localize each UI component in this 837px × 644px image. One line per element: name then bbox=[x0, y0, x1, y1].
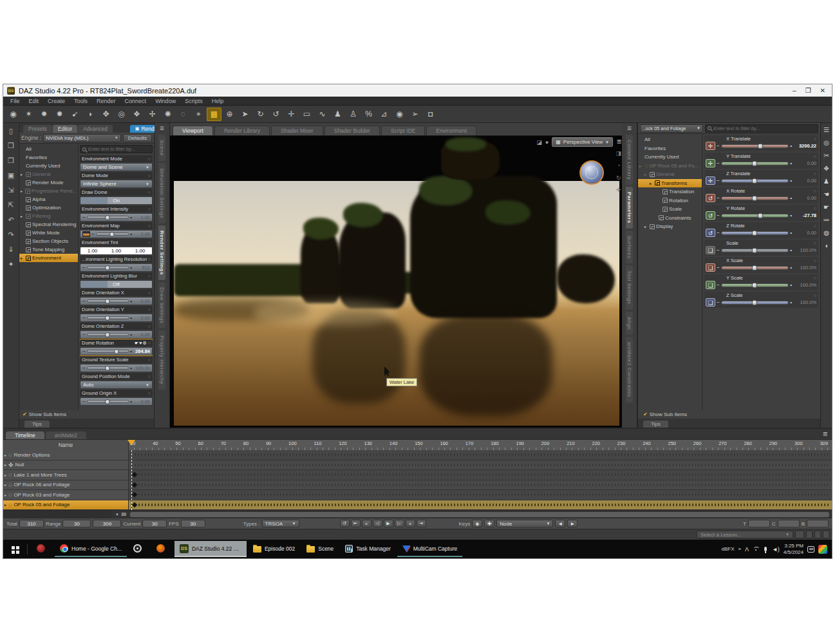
timeline-scrollbar[interactable] bbox=[130, 512, 829, 517]
timeline-row-track[interactable] bbox=[129, 450, 832, 460]
slider-track[interactable] bbox=[721, 231, 789, 235]
settings-dot-icon[interactable]: ○ bbox=[148, 257, 151, 261]
dock-tab[interactable]: Draw Settings bbox=[158, 282, 165, 328]
wifi-icon[interactable] bbox=[753, 547, 759, 552]
file-toolbar-button[interactable]: ⇱ bbox=[6, 200, 17, 210]
smooth-shade-icon[interactable]: ◔ bbox=[617, 162, 620, 169]
toolbar-button[interactable]: ➹ bbox=[68, 108, 82, 121]
parameter-value[interactable]: 0.00 bbox=[793, 178, 816, 184]
render-category-item[interactable]: ▸ Alpha bbox=[19, 195, 78, 204]
increment-button[interactable]: • bbox=[790, 247, 792, 253]
frame-scroll-indicator[interactable]: ▼30 bbox=[111, 511, 130, 517]
dock-tab[interactable]: Tool Settings bbox=[626, 265, 633, 309]
slider-thumb[interactable] bbox=[105, 366, 110, 371]
decrement-button[interactable]: − bbox=[717, 213, 720, 218]
parameter-tree-item[interactable]: ▸ ◌ Translation bbox=[638, 187, 702, 196]
slider-track[interactable] bbox=[87, 400, 129, 403]
timeline-row-track[interactable] bbox=[129, 500, 832, 510]
taskbar-app[interactable]: Task Manager bbox=[340, 541, 395, 557]
settings-dot-icon[interactable]: ○ bbox=[814, 154, 816, 158]
property-control[interactable]: Auto▼ Auto − • Auto bbox=[80, 381, 153, 389]
decrement-button[interactable]: − bbox=[717, 299, 720, 305]
viewport-tab[interactable]: Shader Mixer bbox=[271, 126, 323, 135]
parameter-tree-item[interactable]: ▸ ◌ Currently Used bbox=[638, 153, 702, 162]
render-category-item[interactable]: ▸ Currently Used bbox=[19, 162, 78, 170]
property-control[interactable]: 264.84▼ 264.84 − • 264.84 bbox=[80, 347, 153, 355]
slider-thumb[interactable] bbox=[752, 247, 758, 253]
property-control[interactable]: 0.00▼ 0.00 − • 0.00 bbox=[80, 397, 153, 406]
view-orientation-gizmo[interactable] bbox=[579, 160, 604, 185]
transport-button[interactable]: ⇥ bbox=[417, 520, 426, 527]
slider-track[interactable] bbox=[87, 299, 129, 303]
parameter-tree-item[interactable]: ▸ ◌ Favorites bbox=[638, 144, 702, 153]
range-start-field[interactable]: 30 bbox=[62, 520, 91, 527]
toolbar-button[interactable]: ◘ bbox=[423, 108, 438, 121]
toolbar-button[interactable]: ↺ bbox=[268, 108, 283, 121]
slider-track[interactable] bbox=[87, 350, 129, 353]
decrement-button[interactable]: − bbox=[717, 178, 720, 184]
settings-dot-icon[interactable]: ○ bbox=[814, 137, 816, 141]
parameter-value[interactable]: 0.00 bbox=[793, 195, 816, 201]
tool-strip-button[interactable]: ☛ bbox=[823, 204, 829, 211]
file-toolbar-button[interactable]: ❐ bbox=[6, 155, 17, 166]
taskbar-app[interactable]: DS DAZ Studio 4.22 Pr... bbox=[174, 541, 247, 557]
engine-select[interactable]: NVIDIA Iray (MDL)▼ bbox=[43, 134, 120, 142]
next-key-button[interactable]: ► bbox=[567, 520, 578, 527]
render-category-item[interactable]: ▸ Progressive Rend... bbox=[19, 187, 78, 195]
property-control[interactable]: 1.00▼ 1.00 − • 1.00 bbox=[80, 213, 153, 222]
parameter-tree-item[interactable]: ▸ ◌ Display bbox=[638, 222, 702, 231]
increment-button[interactable]: • bbox=[790, 230, 792, 236]
toolbar-button[interactable]: ∿ bbox=[315, 108, 330, 121]
c-field[interactable] bbox=[778, 520, 800, 527]
slider-track[interactable] bbox=[721, 249, 789, 252]
toolbar-button[interactable]: ✹ bbox=[52, 108, 67, 121]
title-bar[interactable]: DS DAZ Studio 4.22 Pro - RT824Plat_Sword… bbox=[3, 84, 832, 97]
taskbar-app[interactable] bbox=[151, 541, 173, 557]
slider-value[interactable]: 100.00 bbox=[133, 365, 150, 371]
slider-track[interactable] bbox=[721, 162, 789, 166]
render-settings-tab[interactable]: ▣Advanced bbox=[78, 125, 113, 133]
menu-item[interactable]: Create bbox=[43, 98, 70, 104]
decrement-button[interactable]: − bbox=[717, 247, 720, 253]
prev-key-button[interactable]: ◄ bbox=[555, 520, 565, 527]
parameter-tree-item[interactable]: ▸ ◌ All bbox=[638, 135, 702, 144]
increment-button[interactable]: • bbox=[130, 316, 132, 321]
timeline-row-name[interactable]: ▸ ✜ Null bbox=[3, 460, 129, 470]
filter-input[interactable] bbox=[713, 126, 816, 131]
slider-track[interactable] bbox=[87, 366, 129, 370]
timeline-tab[interactable]: Timeline bbox=[6, 431, 44, 439]
pan-tool-icon[interactable]: ✛ bbox=[616, 187, 621, 193]
show-sub-items-checkbox[interactable]: ✔ bbox=[643, 412, 648, 417]
viewport-tab[interactable]: Render Library bbox=[214, 126, 270, 135]
slider-track[interactable] bbox=[721, 179, 789, 183]
file-toolbar-button[interactable]: ❒ bbox=[6, 140, 17, 151]
range-end-field[interactable]: 309 bbox=[93, 520, 121, 527]
timeline-row-name[interactable]: ▸ ◌ OP Rock 06 and Foliage bbox=[3, 480, 129, 490]
property-control[interactable]: 0.00▼ 0.00 − • 0.00 bbox=[80, 297, 153, 305]
increment-button[interactable]: • bbox=[130, 399, 132, 404]
render-category-item[interactable]: ▸ Optimization bbox=[19, 204, 78, 212]
parameter-tree-item[interactable]: ▸ ◌ Transforms bbox=[638, 179, 702, 188]
increment-button[interactable]: • bbox=[130, 299, 132, 304]
lesson-dropdown[interactable]: Select a Lesson...▼ bbox=[697, 531, 793, 538]
settings-dot-icon[interactable]: ○ bbox=[148, 274, 151, 278]
expander-icon[interactable]: ▸ bbox=[5, 482, 6, 487]
filter-input[interactable] bbox=[88, 146, 150, 152]
toolbar-button[interactable]: ◌ bbox=[176, 108, 191, 121]
increment-button[interactable]: • bbox=[130, 366, 132, 371]
slider-thumb[interactable] bbox=[752, 178, 758, 184]
toolbar-button[interactable]: ❖ bbox=[129, 108, 144, 121]
decrement-button[interactable]: − bbox=[82, 399, 86, 404]
render-category-item[interactable]: ▸ General bbox=[19, 170, 78, 178]
timeline-row-name[interactable]: ▸ ◌ Render Options bbox=[3, 450, 129, 460]
mic-icon[interactable] bbox=[764, 547, 767, 551]
keyframe-diamond[interactable] bbox=[132, 482, 137, 488]
increment-button[interactable]: • bbox=[130, 215, 132, 220]
settings-dot-icon[interactable]: ○ bbox=[148, 324, 151, 328]
timeline-row[interactable]: ▸ ✜ Null bbox=[3, 460, 832, 471]
file-toolbar-button[interactable]: ⇲ bbox=[6, 185, 17, 195]
menu-item[interactable]: Edit bbox=[24, 98, 44, 104]
slider-thumb[interactable] bbox=[105, 399, 110, 404]
menu-icon[interactable]: ≣ bbox=[627, 125, 632, 133]
expander-icon[interactable]: ▸ bbox=[5, 462, 6, 467]
